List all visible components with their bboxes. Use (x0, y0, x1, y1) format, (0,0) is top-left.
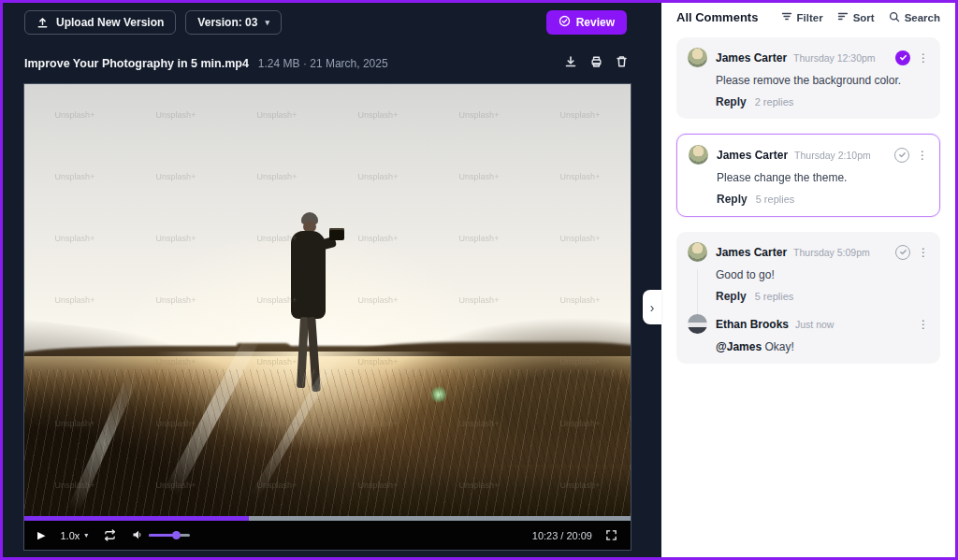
chevron-down-icon: ▾ (265, 18, 269, 27)
comment-card[interactable]: James Carter Thursday 12:30pm ⋮ Please r… (676, 37, 940, 119)
avatar (689, 145, 708, 165)
reply-button[interactable]: Reply (717, 193, 748, 206)
comment-timestamp: Thursday 12:30pm (793, 52, 876, 64)
player-controls: ▶ 1.0x ▾ 10:23 / 20:09 (24, 521, 631, 550)
upload-button-label: Upload New Version (56, 16, 164, 29)
video-canvas[interactable]: Unsplash+Unsplash+Unsplash+Unsplash+Unsp… (24, 84, 631, 516)
comment-timestamp: Just now (795, 319, 834, 330)
seek-bar-fill (24, 516, 249, 521)
comments-tools: Filter Sort Search (781, 11, 940, 24)
trash-icon[interactable] (616, 55, 628, 72)
comment-text: Please change the theme. (717, 171, 928, 184)
comments-pane: All Comments Filter Sort (661, 3, 955, 557)
search-label: Search (905, 12, 940, 23)
player-pane: Upload New Version Version: 03 ▾ Review … (3, 3, 661, 557)
sort-label: Sort (853, 12, 875, 23)
filter-label: Filter (797, 12, 823, 23)
review-button-label: Review (576, 16, 615, 29)
version-dropdown[interactable]: Version: 03 ▾ (185, 10, 282, 35)
comment-card[interactable]: James Carter Thursday 5:09pm ⋮ Good to g… (676, 232, 940, 364)
comments-title: All Comments (676, 10, 758, 24)
volume-control (132, 527, 190, 544)
thread-reply[interactable]: Ethan Brooks Just now ⋮ @James Okay! (688, 314, 929, 353)
comment-timestamp: Thursday 5:09pm (793, 247, 870, 258)
kebab-menu-icon[interactable]: ⋮ (918, 52, 929, 64)
search-button[interactable]: Search (889, 11, 940, 24)
video-player: Unsplash+Unsplash+Unsplash+Unsplash+Unsp… (23, 83, 631, 551)
comments-list: James Carter Thursday 12:30pm ⋮ Please r… (661, 37, 955, 364)
filter-icon (781, 11, 792, 23)
play-button[interactable]: ▶ (37, 529, 45, 541)
chevron-down-icon: ▾ (84, 531, 88, 539)
resolved-check-icon[interactable] (895, 50, 910, 65)
sort-icon (837, 11, 849, 23)
filter-button[interactable]: Filter (781, 11, 823, 23)
kebab-menu-icon[interactable]: ⋮ (918, 319, 929, 330)
version-dropdown-label: Version: 03 (197, 16, 257, 29)
comment-text: @James Okay! (716, 340, 929, 353)
upload-icon (36, 17, 49, 29)
chevron-right-icon: › (650, 300, 655, 315)
toolbar: Upload New Version Version: 03 ▾ Review (24, 10, 661, 35)
check-circle-icon (559, 15, 571, 30)
avatar (688, 48, 707, 67)
reply-button[interactable]: Reply (716, 290, 747, 303)
comment-author: James Carter (716, 51, 787, 65)
download-icon[interactable] (564, 55, 577, 72)
resolve-check-icon[interactable] (895, 245, 910, 260)
volume-slider[interactable] (149, 534, 190, 537)
mention[interactable]: @James (716, 340, 762, 353)
comment-author: Ethan Brooks (716, 318, 789, 331)
replies-count[interactable]: 5 replies (756, 194, 795, 205)
comment-text: Good to go! (716, 268, 929, 281)
file-name: Improve Your Photography in 5 min.mp4 (24, 57, 249, 70)
comment-author: James Carter (717, 149, 788, 162)
search-icon (889, 11, 900, 24)
time-display: 10:23 / 20:09 (532, 530, 592, 541)
collapse-panel-tab[interactable]: › (643, 290, 661, 324)
sort-button[interactable]: Sort (837, 11, 875, 23)
file-meta: 1.24 MB · 21 March, 2025 (258, 57, 388, 70)
comment-card-selected[interactable]: James Carter Thursday 2:10pm ⋮ Please ch… (676, 134, 940, 217)
kebab-menu-icon[interactable]: ⋮ (918, 247, 929, 258)
avatar (688, 314, 707, 334)
print-icon[interactable] (589, 55, 603, 72)
grass-texture (24, 369, 631, 516)
upload-new-version-button[interactable]: Upload New Version (24, 10, 176, 35)
avatar (688, 242, 707, 262)
fullscreen-button[interactable] (605, 529, 617, 541)
comment-author: James Carter (716, 246, 787, 259)
loop-button[interactable] (103, 529, 117, 541)
playback-speed-dropdown[interactable]: 1.0x ▾ (60, 530, 88, 541)
playback-speed-value: 1.0x (60, 530, 80, 541)
reply-button[interactable]: Reply (716, 95, 747, 108)
volume-slider-fill (149, 534, 173, 537)
replies-count[interactable]: 2 replies (755, 96, 794, 108)
comments-header: All Comments Filter Sort (661, 8, 955, 24)
kebab-menu-icon[interactable]: ⋮ (917, 150, 928, 161)
speaker-icon[interactable] (132, 527, 143, 544)
file-actions (564, 55, 628, 72)
seek-bar[interactable] (24, 516, 631, 521)
file-header: Improve Your Photography in 5 min.mp4 1.… (24, 55, 628, 72)
comment-timestamp: Thursday 2:10pm (794, 150, 871, 161)
replies-count[interactable]: 5 replies (755, 291, 794, 302)
review-button[interactable]: Review (546, 10, 627, 35)
volume-slider-knob[interactable] (172, 531, 181, 539)
comment-text: Please remove the background color. (716, 74, 929, 87)
resolve-check-icon[interactable] (894, 148, 909, 163)
app-window: Upload New Version Version: 03 ▾ Review … (0, 0, 958, 560)
